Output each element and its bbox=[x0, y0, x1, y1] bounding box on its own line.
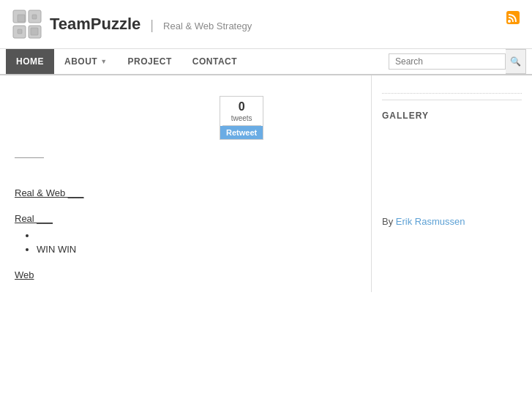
site-title-block: TeamPuzzle | Real & Web Strategy bbox=[50, 15, 252, 34]
nav-contact[interactable]: CONTACT bbox=[182, 49, 247, 74]
content-body: Real & Web ___ Real ___ WIN WIN Web bbox=[15, 167, 356, 280]
real-list: WIN WIN bbox=[37, 230, 356, 255]
tweet-widget: 0 tweets Retweet bbox=[220, 96, 263, 140]
real-heading: Real ___ bbox=[15, 213, 53, 224]
site-tagline: Real & Web Strategy bbox=[163, 20, 252, 31]
svg-rect-6 bbox=[18, 29, 22, 34]
list-item bbox=[37, 230, 356, 241]
retweet-button[interactable]: Retweet bbox=[220, 126, 263, 139]
logo-icon bbox=[12, 9, 42, 40]
nav-project[interactable]: PROJECT bbox=[118, 49, 182, 74]
site-header: TeamPuzzle | Real & Web Strategy bbox=[0, 0, 532, 49]
content-divider bbox=[15, 157, 44, 158]
nav-about[interactable]: ABOUT ▼ bbox=[54, 49, 118, 74]
author-line: By Erik Rasmussen bbox=[382, 216, 522, 227]
web-section: Web bbox=[15, 269, 356, 280]
svg-rect-5 bbox=[32, 15, 37, 19]
search-icon: 🔍 bbox=[510, 56, 521, 67]
sidebar-divider-dotted bbox=[382, 93, 522, 94]
tweet-count-label: tweets bbox=[231, 114, 252, 122]
tweet-count: 0 bbox=[231, 100, 252, 113]
rss-icon[interactable] bbox=[506, 10, 520, 25]
real-web-link[interactable]: Real & Web ___ bbox=[15, 187, 83, 198]
search-input[interactable] bbox=[389, 53, 506, 70]
nav-home[interactable]: HOME bbox=[6, 49, 54, 74]
main-layout: 0 tweets Retweet Real & Web ___ Real ___… bbox=[0, 75, 532, 292]
sidebar: GALLERY By Erik Rasmussen bbox=[371, 75, 532, 292]
gallery-heading: GALLERY bbox=[382, 111, 522, 121]
list-item: WIN WIN bbox=[37, 244, 356, 255]
main-nav: HOME ABOUT ▼ PROJECT CONTACT 🔍 bbox=[0, 49, 532, 75]
web-heading: Web bbox=[15, 269, 34, 280]
svg-rect-4 bbox=[18, 15, 25, 22]
search-button[interactable]: 🔍 bbox=[506, 49, 526, 74]
search-container: 🔍 bbox=[389, 49, 526, 74]
author-prefix: By bbox=[382, 216, 396, 227]
chevron-down-icon: ▼ bbox=[100, 58, 107, 65]
tweet-count-box: 0 tweets bbox=[222, 97, 261, 126]
svg-point-9 bbox=[508, 20, 511, 23]
content-area: 0 tweets Retweet Real & Web ___ Real ___… bbox=[0, 75, 371, 292]
site-name: TeamPuzzle | Real & Web Strategy bbox=[50, 15, 252, 33]
svg-rect-7 bbox=[31, 28, 38, 35]
real-section: Real ___ WIN WIN bbox=[15, 213, 356, 255]
author-link[interactable]: Erik Rasmussen bbox=[396, 216, 465, 227]
real-web-section: Real & Web ___ bbox=[15, 187, 356, 198]
sidebar-divider-solid bbox=[382, 100, 522, 100]
